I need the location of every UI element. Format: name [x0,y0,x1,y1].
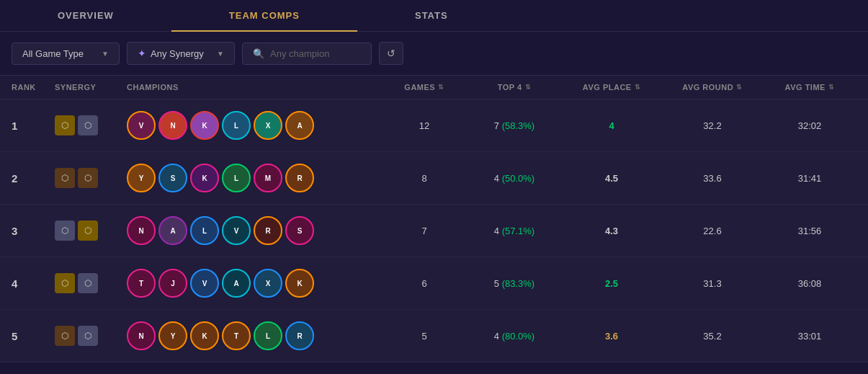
synergy-badge: ⬡ [55,326,75,346]
champion-avatar: V [190,269,219,298]
top4-cell: 5 (83.3%) [467,278,561,289]
avgplace-cell: 2.5 [561,278,662,289]
champion-avatar: N [158,111,187,140]
synergy-label: Any Synergy [151,48,204,59]
games-cell: 8 [381,173,467,184]
avgtime-cell: 33:01 [763,331,856,342]
champion-avatar: V [222,216,251,245]
avgplace-cell: 3.6 [561,331,662,342]
table-row[interactable]: 5⬡⬡NYKTLR54 (80.0%)3.635.233:01 [0,310,868,362]
table-row[interactable]: 1⬡⬡VNKLXA127 (58.3%)432.232:02 [0,99,868,152]
champion-avatar: K [190,164,219,192]
table-row[interactable]: 4⬡⬡TJVAXK65 (83.3%)2.531.336:08 [0,257,868,310]
tab-overview[interactable]: OVERVIEW [0,0,171,31]
synergy-badge: ⬡ [78,273,98,293]
th-avgplace[interactable]: AVG PLACE ⇅ [561,83,662,92]
synergy-badge: ⬡ [78,168,98,188]
champions-cell: VNKLXA [127,111,381,140]
avground-cell: 35.2 [662,331,763,342]
champion-avatar: M [254,164,282,192]
synergy-cell: ⬡⬡ [55,326,127,346]
rank-cell: 2 [12,172,55,184]
synergy-cell: ⬡⬡ [55,115,127,135]
champion-avatar: K [285,269,314,298]
top4-cell: 4 (50.0%) [467,173,561,184]
synergy-badge: ⬡ [78,115,98,135]
champion-avatar: A [222,269,251,298]
champion-avatar: A [285,111,314,140]
th-champions: CHAMPIONS [127,83,381,92]
top4-cell: 7 (58.3%) [467,120,561,131]
sort-icon-top4: ⇅ [525,84,532,91]
champions-cell: NALVRS [127,216,381,245]
rank-cell: 3 [12,225,55,237]
avground-cell: 22.6 [662,226,763,236]
champion-avatar: N [127,216,156,245]
avgplace-cell: 4.3 [561,226,662,236]
champion-avatar: N [127,321,156,350]
table-header: RANK SYNERGY CHAMPIONS GAMES ⇅ TOP 4 ⇅ A… [0,76,868,99]
th-synergy: SYNERGY [55,83,127,92]
champion-placeholder: Any champion [270,48,329,59]
champion-avatar: R [285,164,314,192]
th-avground[interactable]: AVG ROUND ⇅ [662,83,763,92]
champions-cell: TJVAXK [127,269,381,298]
champion-avatar: Y [158,321,187,350]
champion-avatar: X [254,269,282,298]
nav-tabs: OVERVIEW TEAM COMPS STATS [0,0,868,32]
table-row[interactable]: 3⬡⬡NALVRS74 (57.1%)4.322.631:56 [0,205,868,257]
sort-icon-games: ⇅ [438,84,444,91]
sort-icon-avground: ⇅ [736,84,743,91]
game-type-filter[interactable]: All Game Type ▼ [12,43,120,65]
sort-icon-avgtime: ⇅ [828,84,835,91]
champions-cell: NYKTLR [127,321,381,350]
avgtime-cell: 31:56 [763,226,856,236]
synergy-badge: ⬡ [55,273,75,293]
refresh-icon: ↺ [387,48,395,59]
filters-bar: All Game Type ▼ ✦ Any Synergy ▼ 🔍 Any ch… [0,32,868,76]
synergy-badge: ⬡ [78,221,98,241]
champions-cell: YSKLMR [127,164,381,192]
top4-cell: 4 (57.1%) [467,226,561,236]
synergy-icon: ✦ [138,48,146,59]
th-games[interactable]: GAMES ⇅ [381,83,467,92]
rank-cell: 5 [12,330,55,342]
avgtime-cell: 36:08 [763,278,856,289]
refresh-button[interactable]: ↺ [379,42,403,65]
games-cell: 7 [381,226,467,236]
champion-avatar: L [222,164,251,192]
champion-search[interactable]: 🔍 Any champion [242,43,372,65]
avground-cell: 31.3 [662,278,763,289]
synergy-badge: ⬡ [55,221,75,241]
th-top4[interactable]: TOP 4 ⇅ [467,83,561,92]
synergy-cell: ⬡⬡ [55,168,127,188]
champion-avatar: Y [127,164,156,192]
search-icon: 🔍 [253,48,264,59]
champion-avatar: K [190,321,219,350]
avgtime-cell: 31:41 [763,173,856,184]
champion-avatar: X [254,111,282,140]
champion-avatar: K [190,111,219,140]
sort-icon-avgplace: ⇅ [635,84,641,91]
chevron-down-icon-2: ▼ [217,50,224,58]
synergy-badge: ⬡ [55,115,75,135]
rank-cell: 1 [12,120,55,132]
champion-avatar: L [190,216,219,245]
table-row[interactable]: 2⬡⬡YSKLMR84 (50.0%)4.533.631:41 [0,152,868,205]
champion-avatar: T [222,321,251,350]
avgplace-cell: 4 [561,120,662,131]
rank-cell: 4 [12,277,55,290]
avgplace-cell: 4.5 [561,173,662,184]
champion-avatar: R [254,216,282,245]
games-cell: 5 [381,331,467,342]
th-rank: RANK [12,83,55,92]
games-cell: 12 [381,120,467,131]
champion-avatar: L [254,321,282,350]
th-avgtime[interactable]: AVG TIME ⇅ [763,83,856,92]
champion-avatar: S [285,216,314,245]
synergy-filter[interactable]: ✦ Any Synergy ▼ [127,42,235,65]
champion-avatar: L [222,111,251,140]
tab-stats[interactable]: STATS [357,0,506,31]
tab-teamcomps[interactable]: TEAM COMPS [171,0,357,31]
chevron-down-icon: ▼ [102,50,109,58]
